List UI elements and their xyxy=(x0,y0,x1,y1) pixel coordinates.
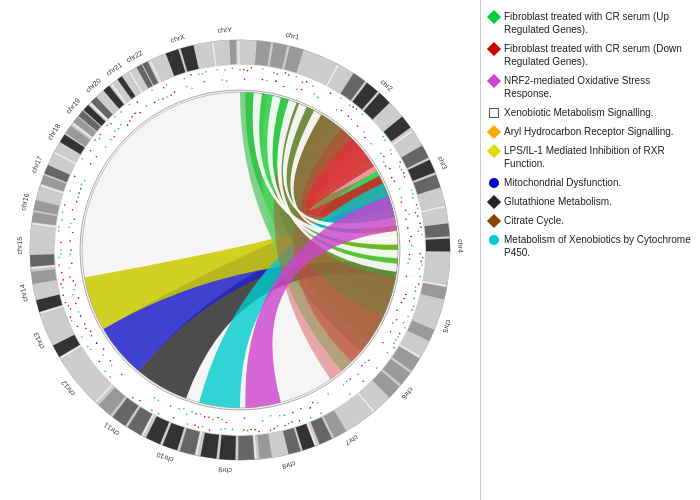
svg-point-53 xyxy=(411,309,413,311)
svg-point-254 xyxy=(78,192,80,194)
svg-point-115 xyxy=(58,230,60,232)
legend-text-fibroblast-up: Fibroblast treated with CR serum (Up Reg… xyxy=(504,10,692,36)
svg-point-210 xyxy=(217,417,219,419)
svg-point-74 xyxy=(270,429,272,431)
svg-point-5 xyxy=(247,70,249,72)
svg-point-251 xyxy=(72,209,74,211)
svg-point-42 xyxy=(419,253,421,255)
svg-point-170 xyxy=(400,201,402,203)
chr-band xyxy=(30,241,54,253)
svg-point-221 xyxy=(158,400,160,402)
svg-point-263 xyxy=(114,131,116,133)
svg-point-19 xyxy=(352,106,354,108)
svg-point-264 xyxy=(118,128,120,130)
svg-point-185 xyxy=(396,309,398,311)
svg-point-6 xyxy=(251,67,253,69)
svg-point-124 xyxy=(94,139,96,141)
legend-text-fibroblast-down: Fibroblast treated with CR serum (Down R… xyxy=(504,42,692,68)
svg-point-87 xyxy=(187,423,189,425)
svg-point-158 xyxy=(363,131,365,133)
svg-point-36 xyxy=(415,212,417,214)
svg-point-175 xyxy=(410,236,412,238)
svg-point-144 xyxy=(244,78,246,80)
svg-point-225 xyxy=(110,360,112,362)
svg-point-215 xyxy=(195,413,197,415)
svg-point-108 xyxy=(62,279,64,281)
svg-point-150 xyxy=(301,89,303,91)
chr-label-chr18: chr18 xyxy=(46,122,61,141)
svg-point-127 xyxy=(106,125,108,127)
svg-point-70 xyxy=(288,423,290,425)
svg-point-159 xyxy=(364,137,366,139)
svg-point-49 xyxy=(415,287,417,289)
svg-point-274 xyxy=(162,98,164,100)
svg-point-116 xyxy=(58,226,60,228)
svg-point-258 xyxy=(90,163,92,165)
chr-label-chr2: chr2 xyxy=(379,78,394,92)
svg-point-54 xyxy=(407,316,409,318)
svg-point-190 xyxy=(368,359,370,361)
svg-point-279 xyxy=(191,87,193,89)
svg-point-209 xyxy=(221,419,223,421)
svg-point-106 xyxy=(62,287,64,289)
legend-icon-nrf2 xyxy=(487,74,501,88)
svg-point-236 xyxy=(78,297,80,299)
svg-point-146 xyxy=(266,80,268,82)
chr-label-chr17: chr17 xyxy=(30,155,43,174)
svg-point-205 xyxy=(270,415,272,417)
svg-point-22 xyxy=(382,136,384,138)
svg-point-230 xyxy=(90,330,92,332)
svg-point-282 xyxy=(226,80,228,82)
legend-item-fibroblast-up: Fibroblast treated with CR serum (Up Reg… xyxy=(489,10,692,36)
svg-point-47 xyxy=(419,276,421,278)
svg-point-62 xyxy=(387,352,389,354)
svg-point-243 xyxy=(71,262,73,264)
legend-icon-aryl xyxy=(487,125,501,139)
svg-point-204 xyxy=(279,415,281,417)
chr-label-chr12: chr12 xyxy=(60,379,76,397)
svg-point-78 xyxy=(247,430,249,432)
svg-point-80 xyxy=(232,429,234,431)
svg-point-259 xyxy=(96,156,98,158)
chr-label-chr21: chr21 xyxy=(105,61,123,77)
chr-label-chr9: chr9 xyxy=(218,466,232,474)
legend-item-aryl: Aryl Hydrocarbon Receptor Signalling. xyxy=(489,125,692,138)
svg-point-237 xyxy=(72,294,74,296)
legend-panel: Fibroblast treated with CR serum (Up Reg… xyxy=(480,0,700,500)
legend-text-metabolism: Metabolism of Xenobiotics by Cytochrome … xyxy=(504,233,692,259)
svg-point-92 xyxy=(132,397,134,399)
svg-point-276 xyxy=(170,94,172,96)
svg-point-63 xyxy=(376,367,378,369)
svg-point-176 xyxy=(409,240,411,242)
svg-point-232 xyxy=(84,323,86,325)
svg-point-178 xyxy=(409,254,411,256)
svg-point-212 xyxy=(208,416,210,418)
legend-item-lps: LPS/IL-1 Mediated Inhibition of RXR Func… xyxy=(489,144,692,170)
svg-point-157 xyxy=(357,125,359,127)
svg-point-194 xyxy=(349,378,351,380)
svg-point-257 xyxy=(84,180,86,182)
svg-point-220 xyxy=(170,405,172,407)
svg-point-147 xyxy=(275,80,277,82)
legend-text-lps: LPS/IL-1 Mediated Inhibition of RXR Func… xyxy=(504,144,692,170)
svg-point-113 xyxy=(60,249,62,251)
svg-point-75 xyxy=(258,431,260,433)
svg-point-121 xyxy=(74,176,76,178)
svg-point-95 xyxy=(99,361,101,363)
svg-point-197 xyxy=(327,393,329,395)
svg-point-12 xyxy=(295,76,297,78)
svg-point-233 xyxy=(80,315,82,317)
svg-point-111 xyxy=(58,257,60,259)
svg-point-28 xyxy=(401,169,403,171)
svg-point-77 xyxy=(250,429,252,431)
svg-point-192 xyxy=(361,365,363,367)
svg-point-187 xyxy=(392,322,394,324)
legend-text-nrf2: NRF2-mediated Oxidative Stress Response. xyxy=(504,74,692,100)
svg-point-7 xyxy=(262,68,264,70)
legend-text-citrate: Citrate Cycle. xyxy=(504,214,564,227)
svg-point-201 xyxy=(300,408,302,410)
svg-point-275 xyxy=(166,96,168,98)
svg-point-3 xyxy=(239,69,241,71)
chr-label-chr5: chr5 xyxy=(441,319,452,334)
svg-point-226 xyxy=(102,354,104,356)
